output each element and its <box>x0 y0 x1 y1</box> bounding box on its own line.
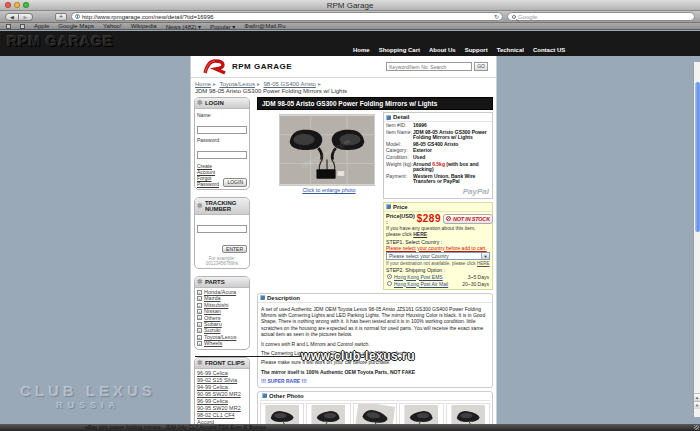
expand-icon[interactable]: + <box>197 290 202 295</box>
condition-label: Condition: <box>386 155 413 161</box>
payment-value: Western Union, Bank Wire Transfers or Pa… <box>413 174 490 185</box>
forward-button[interactable]: ▶ <box>19 13 33 21</box>
create-account-link[interactable]: Create Account <box>197 163 221 175</box>
page-viewport: RPM GARAGE Home Shopping Cart About Us S… <box>0 31 700 424</box>
thumbnail-photo[interactable] <box>353 403 397 424</box>
detail-header: Detail <box>393 114 409 120</box>
bookmark-apple[interactable]: Apple <box>34 23 49 29</box>
bookmark-mailru[interactable]: Файл@Mail.Ru <box>244 23 285 29</box>
breadcrumb-separator: ► <box>212 81 217 87</box>
bookmark-wikipedia[interactable]: Wikipedia <box>131 23 157 29</box>
thumbnail-photo[interactable] <box>446 403 490 424</box>
nav-about-us[interactable]: About Us <box>429 47 456 53</box>
expand-icon[interactable]: + <box>197 341 202 346</box>
expand-icon[interactable]: + <box>197 335 202 340</box>
front-clip-link[interactable]: 96-99 Celica <box>197 370 247 377</box>
google-search-field[interactable]: Google <box>507 12 695 21</box>
expand-icon[interactable]: + <box>197 309 202 314</box>
country-select[interactable]: Please select your Country ▼ <box>386 252 490 260</box>
weight-value: Around 6.5kg (with box and packing) <box>413 162 490 173</box>
name-field[interactable] <box>197 126 247 134</box>
login-button[interactable]: LOGIN <box>223 178 247 187</box>
shipping-option-ems[interactable]: Hong Kong Post EMS 3~5 Days <box>384 273 492 280</box>
description-paragraph: It comes with R and L Mirrors and Contro… <box>258 341 492 347</box>
chevron-down-icon[interactable]: ▼ <box>481 253 489 259</box>
nav-support[interactable]: Support <box>465 47 488 53</box>
parts-box: ✱ PARTS +Honda/Acura +Mazda +Mitsubishi … <box>194 276 250 350</box>
radio-button[interactable] <box>387 274 392 279</box>
front-clip-link[interactable]: 99-02 S15 Silvia <box>197 377 247 384</box>
reload-icon[interactable]: ↻ <box>494 13 499 20</box>
topsites-icon[interactable] <box>20 24 25 29</box>
front-clip-link[interactable]: 94-99 Celica <box>197 384 247 391</box>
destination-here-link[interactable]: HERE <box>477 261 490 266</box>
password-field[interactable] <box>197 151 247 159</box>
question-here-link[interactable]: HERE <box>413 231 427 237</box>
bookmark-news-folder[interactable]: News (482) ▾ <box>166 23 201 30</box>
description-paragraph: The Cornering Lights and the LED park li… <box>258 350 492 356</box>
expand-icon[interactable]: + <box>197 328 202 333</box>
nav-technical[interactable]: Technical <box>497 47 524 53</box>
thumbnail-photo[interactable] <box>260 403 304 424</box>
vertical-scrollbar[interactable]: ▲ ▼ <box>693 62 700 417</box>
step1-label: STEP1. Select Country : <box>384 238 492 245</box>
resize-grip[interactable] <box>694 425 699 430</box>
price-label: Price(USD) : <box>386 213 415 225</box>
status-text-right: JDM 04y CL7 Accord TSX Euro R Bumpe <box>165 424 266 431</box>
nav-shopping-cart[interactable]: Shopping Cart <box>379 47 420 53</box>
front-clip-link[interactable]: 90-95 SW20 MR2 <box>197 391 247 398</box>
address-bar[interactable]: http://www.rpmgarage.com/new/detail/?tid… <box>71 12 503 21</box>
item-name-value: JDM 98-05 Aristo GS300 Power Folding Mir… <box>413 130 490 141</box>
front-clip-link[interactable]: 98-02 CL1 CF4 Accord <box>197 412 247 424</box>
sidebar: ✱ LOGIN Name: Password: Create Account F… <box>194 97 250 424</box>
parts-title: PARTS <box>205 279 225 285</box>
bookmark-google-maps[interactable]: Google Maps <box>58 23 94 29</box>
site-search-go-button[interactable]: GO <box>474 62 488 71</box>
front-clip-link[interactable]: 96-99 Celica <box>197 398 247 405</box>
question-text: If you have any question about this item… <box>384 226 492 238</box>
bookmark-popular-folder[interactable]: Popular ▾ <box>210 23 235 30</box>
back-button[interactable]: ◀ <box>5 13 19 21</box>
sidebar-item-wheels[interactable]: +Wheels <box>197 340 247 346</box>
forgot-password-link[interactable]: Forgot Password <box>197 175 221 187</box>
bookmarks-panel-icon[interactable] <box>6 24 11 29</box>
destination-text: If your destination not available, pleas… <box>384 261 492 266</box>
site-search-input[interactable] <box>386 62 472 71</box>
google-search-placeholder: Google <box>518 14 537 20</box>
tracking-hint: For example: 00123456789hk <box>197 256 247 266</box>
product-photo[interactable]: rpmgarage.com <box>279 114 375 186</box>
bottom-strip: eBay jdm power folding mirrors JDM 04y C… <box>0 424 700 431</box>
expand-icon[interactable]: + <box>197 315 202 320</box>
item-id-value: 16996 <box>413 123 490 129</box>
site-header-band: RPM GARAGE Home Shopping Cart About Us S… <box>0 31 700 56</box>
enlarge-photo-link[interactable]: Click to enlarge photo <box>279 187 379 193</box>
scroll-down-button[interactable]: ▼ <box>694 401 700 409</box>
nav-contact-us[interactable]: Contact US <box>533 47 565 53</box>
scrollbar-thumb[interactable] <box>695 82 700 232</box>
not-available-icon <box>446 216 451 221</box>
tracking-title: TRACKING NUMBER <box>205 200 247 212</box>
site-logo-bar: RPM GARAGE GO <box>191 56 496 78</box>
expand-icon[interactable]: + <box>197 296 202 301</box>
thumbnail-photo[interactable] <box>306 403 350 424</box>
front-clip-link[interactable]: 90-95 SW20 MR2 <box>197 405 247 412</box>
tracking-enter-button[interactable]: ENTER <box>222 245 247 253</box>
breadcrumb-separator: ► <box>317 81 322 87</box>
bookmark-yahoo[interactable]: Yahoo! <box>103 23 122 29</box>
scroll-up-button[interactable]: ▲ <box>694 393 700 401</box>
thumbnail-photo[interactable] <box>399 403 443 424</box>
expand-icon[interactable]: + <box>197 322 202 327</box>
payment-label: Payment: <box>386 174 413 185</box>
url-text[interactable]: http://www.rpmgarage.com/new/detail/?tid… <box>82 14 492 20</box>
breadcrumb-model[interactable]: 98-05 GS400 Aristo <box>264 81 316 87</box>
shipping-option-airmail[interactable]: Hong Kong Post Air Mail 20~30 Days <box>384 280 492 287</box>
breadcrumb-separator: ► <box>256 81 261 87</box>
breadcrumb-home[interactable]: Home <box>195 81 211 87</box>
radio-button[interactable] <box>387 281 392 286</box>
breadcrumb-toyota-lexus[interactable]: Toyota/Lexus <box>220 81 255 87</box>
login-box: ✱ LOGIN Name: Password: Create Account F… <box>194 97 250 190</box>
expand-icon[interactable]: + <box>197 303 202 308</box>
add-bookmark-button[interactable]: + <box>55 13 67 21</box>
nav-home[interactable]: Home <box>353 47 370 53</box>
tracking-number-field[interactable] <box>197 225 247 233</box>
